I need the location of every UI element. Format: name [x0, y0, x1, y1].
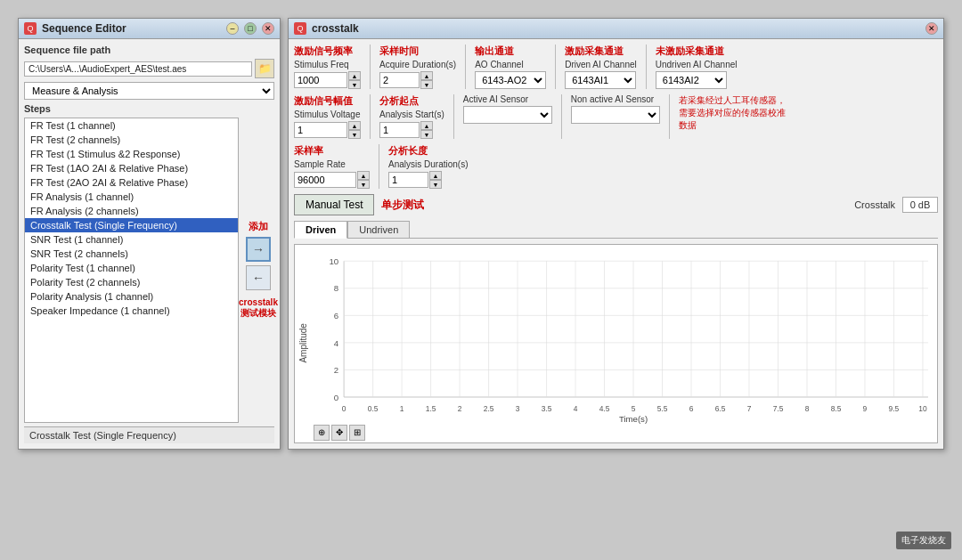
file-path-input[interactable] — [24, 61, 252, 77]
svg-text:0.5: 0.5 — [368, 404, 379, 413]
svg-text:3.5: 3.5 — [542, 404, 552, 413]
svg-text:2: 2 — [334, 365, 338, 375]
stimulus-voltage-down[interactable]: ▼ — [348, 130, 361, 139]
stimulus-voltage-red: 激励信号幅值 — [294, 94, 361, 108]
tab-undriven[interactable]: Undriven — [347, 221, 410, 238]
ao-channel-label: AO Channel — [475, 60, 546, 69]
ao-channel-group: 输出通道 AO Channel 6143-AO2 — [475, 45, 546, 89]
acquire-duration-label: Acquire Duration(s) — [379, 60, 456, 69]
analysis-duration-label: Analysis Duration(s) — [388, 159, 468, 169]
steps-list-item[interactable]: SNR Test (2 channels) — [25, 247, 238, 261]
svg-text:7: 7 — [747, 404, 752, 413]
folder-button[interactable]: 📁 — [255, 59, 274, 78]
stimulus-freq-up[interactable]: ▲ — [348, 71, 361, 80]
steps-list-item[interactable]: Speaker Impedance (1 channel) — [25, 304, 238, 318]
steps-list-item[interactable]: Polarity Test (2 channels) — [25, 275, 238, 289]
param-section-bot: 采样率 Sample Rate ▲ ▼ 分析长度 Analysis Durati… — [294, 144, 938, 189]
annotation-text: 若采集经过人工耳传感器， 需要选择对应的传感器校准 数据 — [679, 94, 786, 132]
param-section-top: 激励信号频率 Stimulus Freq ▲ ▼ 采样时间 Acquire Du… — [294, 45, 938, 89]
svg-text:6: 6 — [689, 404, 694, 413]
seq-close-btn[interactable]: ✕ — [262, 22, 274, 35]
crosstalk-label: crosstalk测试模块 — [239, 297, 278, 320]
analysis-duration-down[interactable]: ▼ — [429, 180, 442, 189]
undriven-ai-red: 未激励采集通道 — [656, 45, 738, 58]
svg-text:Time(s): Time(s) — [619, 414, 648, 424]
add-step-button[interactable]: → — [246, 237, 271, 262]
stimulus-freq-label: Stimulus Freq — [294, 60, 361, 69]
acquire-duration-red: 采样时间 — [379, 45, 456, 58]
non-active-ai-sensor-dropdown[interactable] — [571, 106, 660, 124]
non-active-ai-sensor-label: Non active AI Sensor — [571, 94, 660, 104]
undriven-ai-dropdown[interactable]: 6143AI2 — [656, 71, 727, 89]
stimulus-voltage-input[interactable] — [294, 122, 347, 138]
svg-text:0: 0 — [334, 393, 339, 402]
manual-test-button[interactable]: Manual Test — [294, 194, 374, 215]
steps-list-item[interactable]: Polarity Analysis (1 channel) — [25, 289, 238, 304]
analysis-start-group: 分析起点 Analysis Start(s) ▲ ▼ — [379, 94, 444, 139]
acquire-duration-up[interactable]: ▲ — [420, 71, 433, 80]
file-path-label: Sequence file path — [24, 45, 274, 55]
ct-close-btn[interactable]: ✕ — [925, 22, 938, 35]
ct-window-icon: Q — [294, 22, 306, 35]
svg-text:10: 10 — [918, 404, 927, 413]
measure-analysis-dropdown[interactable]: Measure & Analysis — [24, 82, 274, 100]
svg-text:8.5: 8.5 — [831, 404, 842, 413]
svg-text:10: 10 — [329, 256, 338, 266]
ao-channel-dropdown[interactable]: 6143-AO2 — [475, 71, 546, 89]
acquire-duration-input[interactable] — [379, 72, 420, 88]
sample-rate-down[interactable]: ▼ — [357, 180, 370, 189]
chart-area[interactable]: 0 2 4 6 8 10 0 0.5 1 1.5 2 2.5 3 — [312, 245, 937, 442]
analysis-duration-up[interactable]: ▲ — [429, 171, 442, 180]
svg-text:5: 5 — [632, 404, 636, 413]
seq-maximize-btn[interactable]: □ — [244, 22, 257, 35]
analysis-start-input[interactable] — [379, 122, 420, 138]
seq-titlebar: Q Sequence Editor – □ ✕ — [19, 19, 280, 39]
steps-list-item[interactable]: FR Analysis (2 channels) — [25, 204, 238, 218]
driven-ai-group: 激励采集通道 Driven AI Channel 6143AI1 — [565, 45, 637, 89]
tab-driven[interactable]: Driven — [294, 221, 347, 239]
steps-list-item[interactable]: FR Test (1 channel) — [25, 118, 238, 133]
svg-text:0: 0 — [342, 404, 346, 413]
steps-label: Steps — [24, 103, 274, 114]
svg-text:2: 2 — [458, 404, 462, 413]
steps-list-item[interactable]: FR Test (1AO 2AI & Relative Phase) — [25, 161, 238, 175]
undriven-ai-group: 未激励采集通道 Undriven AI Channel 6143AI2 — [656, 45, 738, 89]
svg-text:3: 3 — [516, 404, 520, 413]
analysis-start-label: Analysis Start(s) — [379, 110, 444, 119]
steps-list-item[interactable]: FR Test (2AO 2AI & Relative Phase) — [25, 175, 238, 190]
undriven-ai-label: Undriven AI Channel — [656, 60, 738, 69]
non-active-ai-sensor-group: Non active AI Sensor — [571, 94, 660, 124]
acquire-duration-down[interactable]: ▼ — [420, 80, 433, 89]
analysis-duration-input[interactable] — [388, 172, 428, 188]
stimulus-freq-down[interactable]: ▼ — [348, 80, 361, 89]
remove-step-button[interactable]: ← — [246, 265, 271, 290]
analysis-start-up[interactable]: ▲ — [420, 121, 433, 130]
svg-text:5.5: 5.5 — [657, 404, 668, 413]
param-section-mid: 激励信号幅值 Stimulus Voltage ▲ ▼ 分析起点 Analysi… — [294, 94, 938, 139]
steps-list-item[interactable]: FR Test (2 channels) — [25, 133, 238, 147]
sample-rate-input[interactable] — [294, 172, 356, 188]
sample-rate-label: Sample Rate — [294, 159, 370, 169]
steps-list-item[interactable]: FR Analysis (1 channel) — [25, 190, 238, 204]
steps-list-item[interactable]: SNR Test (1 channel) — [25, 232, 238, 247]
stimulus-freq-input[interactable] — [294, 72, 347, 88]
stimulus-freq-group: 激励信号频率 Stimulus Freq ▲ ▼ — [294, 45, 361, 89]
chart-reset-button[interactable]: ⊞ — [349, 425, 365, 441]
svg-text:1: 1 — [400, 404, 404, 413]
chart-tabs: Driven Undriven — [294, 221, 938, 239]
chart-pan-button[interactable]: ✥ — [331, 425, 347, 441]
add-label: 添加 — [249, 220, 268, 233]
active-ai-sensor-dropdown[interactable] — [463, 106, 552, 124]
steps-list-item[interactable]: FR Test (1 Stimulus &2 Response) — [25, 147, 238, 161]
sample-rate-up[interactable]: ▲ — [357, 171, 370, 180]
seq-window-icon: Q — [24, 22, 37, 35]
analysis-start-down[interactable]: ▼ — [420, 130, 433, 139]
stimulus-voltage-up[interactable]: ▲ — [348, 121, 361, 130]
steps-list-item[interactable]: Polarity Test (1 channel) — [25, 261, 238, 275]
steps-list-item[interactable]: Crosstalk Test (Single Frequency) — [25, 218, 238, 232]
svg-text:2.5: 2.5 — [484, 404, 494, 413]
chart-zoom-button[interactable]: ⊕ — [314, 425, 330, 441]
chart-svg: 0 2 4 6 8 10 0 0.5 1 1.5 2 2.5 3 — [312, 250, 933, 425]
driven-ai-dropdown[interactable]: 6143AI1 — [565, 71, 636, 89]
seq-minimize-btn[interactable]: – — [226, 22, 239, 35]
